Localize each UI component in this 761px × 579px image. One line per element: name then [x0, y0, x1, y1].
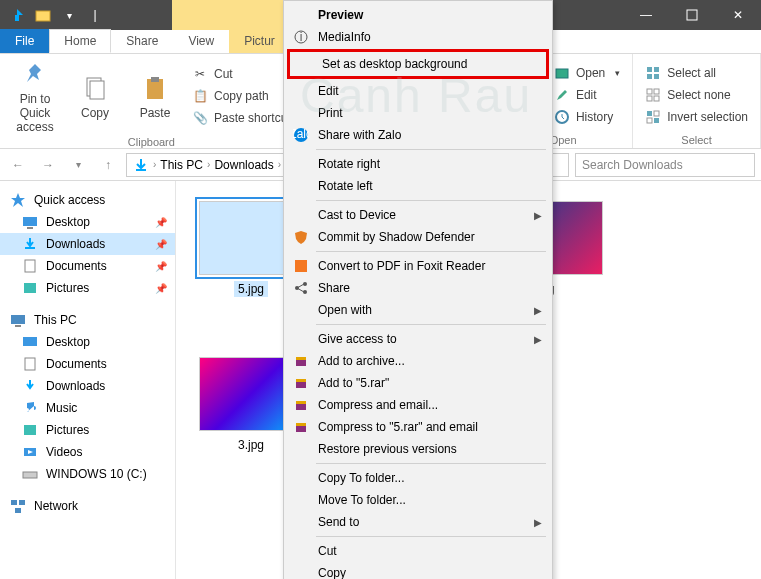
pc-icon — [10, 312, 26, 328]
svg-rect-51 — [296, 379, 306, 382]
pin-icon: 📌 — [155, 261, 167, 272]
sidebar-pc-downloads[interactable]: Downloads — [0, 375, 175, 397]
sidebar-item-pictures[interactable]: Pictures📌 — [0, 277, 175, 299]
ctx-preview[interactable]: Preview — [286, 4, 550, 26]
ctx-send-to[interactable]: Send to▶ — [286, 511, 550, 533]
ctx-shadow-defender[interactable]: Commit by Shadow Defender — [286, 226, 550, 248]
sidebar-pc-pictures[interactable]: Pictures — [0, 419, 175, 441]
sidebar-pc-videos[interactable]: Videos — [0, 441, 175, 463]
svg-rect-37 — [11, 500, 17, 505]
svg-rect-10 — [556, 69, 568, 78]
copy-button[interactable]: Copy — [68, 58, 122, 134]
ctx-foxit[interactable]: Convert to PDF in Foxit Reader — [286, 255, 550, 277]
cut-button[interactable]: ✂Cut — [188, 64, 295, 84]
paste-shortcut-button[interactable]: 📎Paste shortcut — [188, 108, 295, 128]
minimize-button[interactable]: ― — [623, 0, 669, 30]
sidebar-pc-desktop[interactable]: Desktop — [0, 331, 175, 353]
back-button[interactable]: ← — [6, 153, 30, 177]
ctx-edit[interactable]: Edit — [286, 80, 550, 102]
maximize-button[interactable] — [669, 0, 715, 30]
copy-icon — [79, 72, 111, 104]
zalo-icon: Zalo — [292, 126, 310, 144]
ctx-give-access[interactable]: Give access to▶ — [286, 328, 550, 350]
mediainfo-icon: i — [292, 28, 310, 46]
context-menu: Preview iMediaInfo Set as desktop backgr… — [283, 0, 553, 579]
svg-rect-27 — [25, 247, 35, 249]
ctx-compress-5rar-email[interactable]: Compress to "5.rar" and email — [286, 416, 550, 438]
svg-rect-29 — [24, 283, 36, 293]
up-button[interactable]: ↑ — [96, 153, 120, 177]
title-dropdown[interactable]: ▾ — [58, 4, 80, 26]
ctx-add-archive[interactable]: Add to archive... — [286, 350, 550, 372]
close-button[interactable]: ✕ — [715, 0, 761, 30]
ctx-copy[interactable]: Copy — [286, 562, 550, 579]
network-header[interactable]: Network — [0, 495, 175, 517]
open-button[interactable]: Open▾ — [550, 63, 624, 83]
sidebar-item-desktop[interactable]: Desktop📌 — [0, 211, 175, 233]
svg-rect-4 — [90, 81, 104, 99]
svg-rect-19 — [654, 96, 659, 101]
copy-path-button[interactable]: 📋Copy path — [188, 86, 295, 106]
ctx-add-5rar[interactable]: Add to "5.rar" — [286, 372, 550, 394]
ctx-restore-versions[interactable]: Restore previous versions — [286, 438, 550, 460]
ctx-rotate-left[interactable]: Rotate left — [286, 175, 550, 197]
svg-rect-0 — [15, 15, 19, 21]
ctx-compress-email[interactable]: Compress and email... — [286, 394, 550, 416]
copy-label: Copy — [81, 106, 109, 120]
crumb-thispc[interactable]: This PC — [158, 158, 205, 172]
ctx-rotate-right[interactable]: Rotate right — [286, 153, 550, 175]
tab-share[interactable]: Share — [111, 29, 173, 53]
ctx-set-desktop-background[interactable]: Set as desktop background — [290, 53, 546, 75]
ctx-print[interactable]: Print — [286, 102, 550, 124]
pin-to-quick-access-button[interactable]: Pin to Quick access — [8, 58, 62, 134]
crumb-downloads[interactable]: Downloads — [212, 158, 275, 172]
sidebar-item-downloads[interactable]: Downloads📌 — [0, 233, 175, 255]
select-none-button[interactable]: Select none — [641, 85, 752, 105]
edit-button[interactable]: Edit — [550, 85, 624, 105]
folder-quick-icon[interactable] — [32, 4, 54, 26]
thispc-header[interactable]: This PC — [0, 309, 175, 331]
sidebar-pc-documents[interactable]: Documents — [0, 353, 175, 375]
sidebar-pc-music[interactable]: Music — [0, 397, 175, 419]
history-button[interactable]: History — [550, 107, 624, 127]
invert-selection-button[interactable]: Invert selection — [641, 107, 752, 127]
svg-rect-14 — [647, 74, 652, 79]
svg-rect-39 — [15, 508, 21, 513]
ctx-open-with[interactable]: Open with▶ — [286, 299, 550, 321]
sidebar-pc-drive-c[interactable]: WINDOWS 10 (C:) — [0, 463, 175, 485]
tab-picture-tools[interactable]: Pictur — [229, 29, 290, 53]
share-icon — [292, 279, 310, 297]
open-icon — [554, 65, 570, 81]
tab-home[interactable]: Home — [49, 29, 111, 53]
paste-label: Paste — [140, 106, 171, 120]
quick-access-header[interactable]: Quick access — [0, 189, 175, 211]
ctx-share-zalo[interactable]: ZaloShare with Zalo — [286, 124, 550, 146]
paste-button[interactable]: Paste — [128, 58, 182, 134]
recent-dropdown[interactable]: ▾ — [66, 153, 90, 177]
scissors-icon: ✂ — [192, 66, 208, 82]
clipboard-group-label: Clipboard — [8, 134, 295, 148]
tab-file[interactable]: File — [0, 29, 49, 53]
desktop-icon — [22, 214, 38, 230]
svg-point-47 — [303, 290, 307, 294]
tab-view[interactable]: View — [173, 29, 229, 53]
history-icon — [554, 109, 570, 125]
svg-rect-17 — [654, 89, 659, 94]
music-icon — [22, 400, 38, 416]
ctx-share[interactable]: Share — [286, 277, 550, 299]
ctx-mediainfo[interactable]: iMediaInfo — [286, 26, 550, 48]
winrar-icon — [292, 352, 310, 370]
chevron-right-icon: ▶ — [534, 210, 542, 221]
edit-icon — [554, 87, 570, 103]
ctx-cut[interactable]: Cut — [286, 540, 550, 562]
ctx-copy-to-folder[interactable]: Copy To folder... — [286, 467, 550, 489]
pin-label: Pin to Quick access — [8, 92, 62, 134]
sidebar-item-documents[interactable]: Documents📌 — [0, 255, 175, 277]
pin-icon: 📌 — [155, 239, 167, 250]
search-input[interactable]: Search Downloads — [575, 153, 755, 177]
select-all-button[interactable]: Select all — [641, 63, 752, 83]
ctx-move-to-folder[interactable]: Move To folder... — [286, 489, 550, 511]
forward-button[interactable]: → — [36, 153, 60, 177]
ctx-cast[interactable]: Cast to Device▶ — [286, 204, 550, 226]
pin-icon: 📌 — [155, 217, 167, 228]
